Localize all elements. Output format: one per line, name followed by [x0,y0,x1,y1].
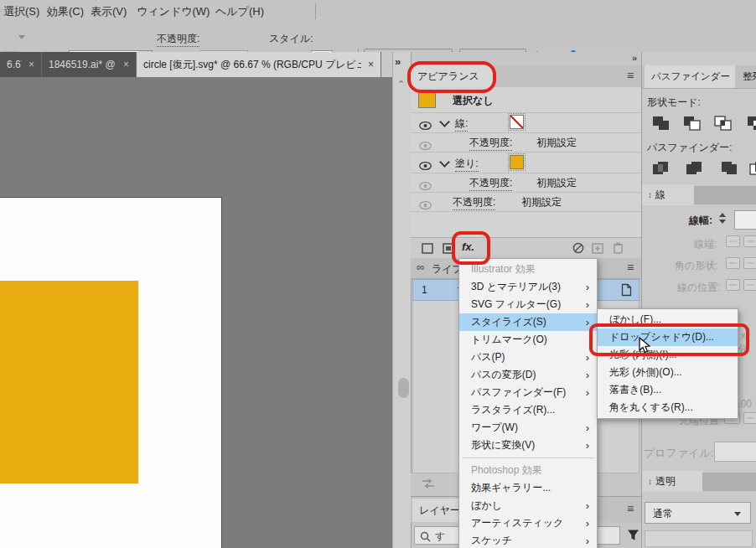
shape-mode-unite-icon[interactable] [652,116,671,134]
submenu-arrow-icon [586,532,589,548]
expand-chevron-icon[interactable] [439,157,450,168]
tab-stroke[interactable]: ↕ 線 [642,184,694,205]
add-new-stroke-icon[interactable] [422,242,433,257]
tab-pathfinder[interactable]: パスファインダー [645,65,735,88]
menu-item-distort-path[interactable]: パスの変形(D) [459,366,597,384]
menu-item-rasterize[interactable]: ラスタライズ(R)... [459,401,597,419]
stroke-color-swatch[interactable] [510,115,524,129]
sync-arrows-icon[interactable] [421,478,436,493]
fx-effects-menu: Illustrator 効果 3D とマテリアル(3) SVG フィルター(G)… [458,258,598,548]
stylize-submenu: ぼかし(F)... ドロップシャドウ(D)... 光彩 (内側)(I)... 光… [597,308,738,419]
document-tab-active[interactable]: circle [復元].svg* @ 66.67 % (RGB/CPU プレビュ… [137,52,381,77]
chevron-down-icon [18,35,25,39]
submenu-item-feather[interactable]: ぼかし(F)... [598,311,738,328]
menu-item-3d-material[interactable]: 3D とマテリアル(3) [459,278,597,296]
corner-round-button[interactable] [743,257,756,269]
visibility-eye-icon[interactable] [419,198,432,213]
submenu-item-inner-glow[interactable]: 光彩 (内側)(I)... [598,346,738,364]
document-tab-bar: 6.67... × 1846519.ai* @ 8... × circle [復… [0,52,392,77]
filter-funnel-icon[interactable] [627,529,639,545]
submenu-item-scribble[interactable]: 落書き(B)... [598,381,738,399]
section-toggle-icon: ↕ [648,477,652,486]
submenu-item-outer-glow[interactable]: 光彩 (外側)(O)... [598,364,738,381]
menu-item-blur[interactable]: ぼかし [459,497,597,514]
submenu-item-drop-shadow[interactable]: ドロップシャドウ(D)... [598,328,738,346]
pathfinders-label: パスファインダー: [647,141,732,155]
menu-help[interactable]: ヘルプ(H) [215,4,264,19]
tab-align[interactable]: 整列 [737,65,756,88]
menu-item-warp[interactable]: ワープ(W) [459,419,597,437]
menu-view[interactable]: 表示(V) [91,4,127,19]
shape-mode-minus-front-icon[interactable] [683,116,702,134]
menu-window[interactable]: ウィンドウ(W) [137,4,210,19]
dock-resize-grip[interactable] [398,378,409,398]
cap-butt-button[interactable] [726,235,740,247]
add-new-fill-icon[interactable] [443,242,454,257]
close-tab-icon[interactable]: × [368,59,374,70]
delete-item-icon[interactable] [613,241,624,257]
profile-dropdown[interactable] [714,442,756,462]
selection-thumbnail-swatch [418,90,436,108]
menu-effect[interactable]: 効果(C) [47,4,84,19]
panel-menu-icon[interactable]: ≡ [627,502,634,515]
document-tab[interactable]: 6.67... × [0,52,42,77]
appearance-rows: 選択なし 線: 不透明度: 初期設定 塗り: [411,87,641,237]
stroke-width-input[interactable] [734,210,756,230]
mouse-cursor-icon [639,337,652,358]
panel-menu-icon[interactable]: ≡ [627,69,634,82]
tip-align-end-button[interactable] [743,412,756,424]
tab-appearance[interactable]: アピアランス [411,65,493,87]
submenu-arrow-icon [586,497,589,515]
appearance-row-no-selection[interactable]: 選択なし [411,87,641,113]
duplicate-item-icon[interactable] [592,242,603,257]
menu-item-stylize[interactable]: スタイライズ(S) [459,313,597,331]
menu-item-artistic[interactable]: アーティスティック [459,514,597,532]
tab-transparency[interactable]: ↕ 透明 [642,471,702,492]
opacity-label[interactable]: 不透明度: [157,32,199,47]
document-tab[interactable]: 1846519.ai* @ 8... × [42,52,137,77]
appearance-row-fill[interactable]: 塗り: [411,152,641,173]
shape-mode-exclude-icon[interactable] [747,116,756,134]
menu-item-svg-filter[interactable]: SVG フィルター(G) [459,296,597,313]
pathfinder-merge-icon[interactable] [721,161,739,179]
menu-item-path[interactable]: パス(P) [459,349,597,366]
menu-item-trim-marks[interactable]: トリムマーク(O) [459,331,597,349]
align-inside-button[interactable] [743,279,756,291]
menu-item-effect-gallery[interactable]: 効果ギャラリー... [459,479,597,497]
expand-chevron-icon[interactable] [439,116,450,127]
stroke-width-stepper[interactable] [719,213,726,224]
visibility-eye-icon[interactable] [419,118,432,133]
appearance-row-object-opacity[interactable]: 不透明度: 初期設定 [411,192,641,212]
align-center-button[interactable] [726,279,740,291]
appearance-row-fill-opacity[interactable]: 不透明度: 初期設定 [411,173,641,193]
submenu-arrow-icon [586,384,589,402]
menu-item-convert-to-shape[interactable]: 形状に変換(V) [459,437,597,454]
appearance-row-stroke-opacity[interactable]: 不透明度: 初期設定 [411,132,641,153]
add-effect-fx-icon[interactable]: fx. [462,240,474,253]
cap-round-button[interactable] [743,235,756,247]
appearance-row-stroke[interactable]: 線: [411,112,641,133]
menu-select[interactable]: 選択(S) [3,4,39,19]
close-tab-icon[interactable]: × [123,59,129,70]
orange-square-object[interactable] [0,281,138,483]
stroke-width-label: 線幅: [689,214,712,228]
shape-mode-intersect-icon[interactable] [714,116,733,134]
collapse-dock-icon[interactable]: » [395,55,400,68]
menu-item-pathfinder[interactable]: パスファインダー(F) [459,384,597,401]
pathfinder-crop-icon[interactable] [749,161,756,179]
blend-mode-dropdown[interactable]: 通常 [645,502,751,524]
collapse-right-dock-icon[interactable]: » [632,53,637,63]
pathfinder-trim-icon[interactable] [686,161,704,179]
close-tab-icon[interactable]: × [28,59,34,70]
panel-menu-icon[interactable]: ≡ [627,261,634,274]
document-page-icon [621,283,632,300]
fill-color-swatch[interactable] [510,155,524,169]
menu-item-sketch[interactable]: スケッチ [459,532,597,548]
scroll-up-icon[interactable]: ⌃ [397,79,405,90]
visibility-eye-icon[interactable] [419,158,432,173]
corner-miter-button[interactable] [726,257,740,269]
clear-appearance-icon[interactable] [572,242,584,257]
submenu-item-round-corners[interactable]: 角を丸くする(R)... [598,399,738,416]
pathfinder-divide-icon[interactable] [652,161,671,179]
dock-gutter [392,52,412,548]
